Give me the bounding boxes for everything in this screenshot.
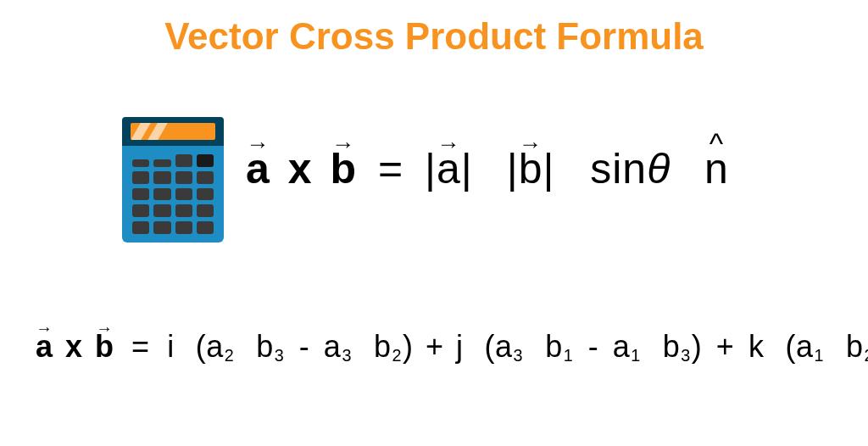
equals: = [123, 329, 159, 364]
arrow-icon: → [95, 321, 114, 337]
arrow-icon: → [437, 132, 461, 156]
lparen: ( [485, 329, 496, 364]
vector-b: → b [95, 329, 114, 365]
var-b: b [374, 329, 392, 364]
abs-close: | [542, 145, 554, 192]
var-a: a [495, 329, 513, 364]
cross-op: x [62, 329, 86, 364]
sub: 1 [813, 346, 825, 365]
vector-b: →b [519, 144, 543, 193]
sin-label: sin [590, 145, 647, 192]
lparen: ( [196, 329, 207, 364]
sub: 2 [224, 346, 236, 365]
var-b: b [663, 329, 681, 364]
unit-k: k [748, 329, 765, 364]
abs-open: | [425, 145, 437, 192]
formula-components: → a x → b = i (a2 b3 - a3 b2) + j (a3 b1… [36, 329, 868, 365]
formula-magnitude: → a x → b = |→a| |→b| sinθ ^ n [246, 144, 729, 193]
vector-a: →a [437, 144, 461, 193]
minus: - [583, 329, 604, 364]
sub: 2 [391, 346, 403, 365]
arrow-icon: → [330, 132, 357, 156]
rparen: ) [692, 329, 703, 364]
sub: 1 [630, 346, 642, 365]
minus: - [294, 329, 315, 364]
var-b: b [256, 329, 274, 364]
unit-i: i [167, 329, 175, 364]
sub: 3 [513, 346, 525, 365]
vector-a: → a [246, 144, 270, 193]
hat-icon: ^ [704, 129, 729, 159]
lparen: ( [785, 329, 796, 364]
page: Vector Cross Product Formula → a x → b [0, 0, 868, 446]
var-a: a [324, 329, 342, 364]
arrow-icon: → [246, 132, 270, 156]
sub: 3 [680, 346, 692, 365]
vector-b: → b [330, 144, 357, 193]
equals: = [370, 145, 412, 192]
var-a: a [613, 329, 631, 364]
var-b: b [846, 329, 864, 364]
page-title: Vector Cross Product Formula [0, 15, 868, 58]
sub: 2 [864, 346, 868, 365]
arrow-icon: → [36, 321, 53, 337]
var-b: b [545, 329, 563, 364]
var-a: a [796, 329, 814, 364]
sub: 1 [563, 346, 575, 365]
sub: 3 [274, 346, 286, 365]
var-a: a [206, 329, 224, 364]
unit-n: ^ n [704, 144, 729, 193]
theta: θ [647, 145, 670, 192]
plus: + [422, 329, 448, 364]
plus: + [711, 329, 740, 364]
rparen: ) [403, 329, 414, 364]
unit-j: j [456, 329, 464, 364]
abs-open: | [507, 145, 519, 192]
sub: 3 [341, 346, 353, 365]
calculator-icon [122, 117, 224, 243]
abs-close: | [461, 145, 473, 192]
arrow-icon: → [519, 132, 543, 156]
vector-a: → a [36, 329, 53, 365]
cross-op: x [283, 145, 318, 192]
